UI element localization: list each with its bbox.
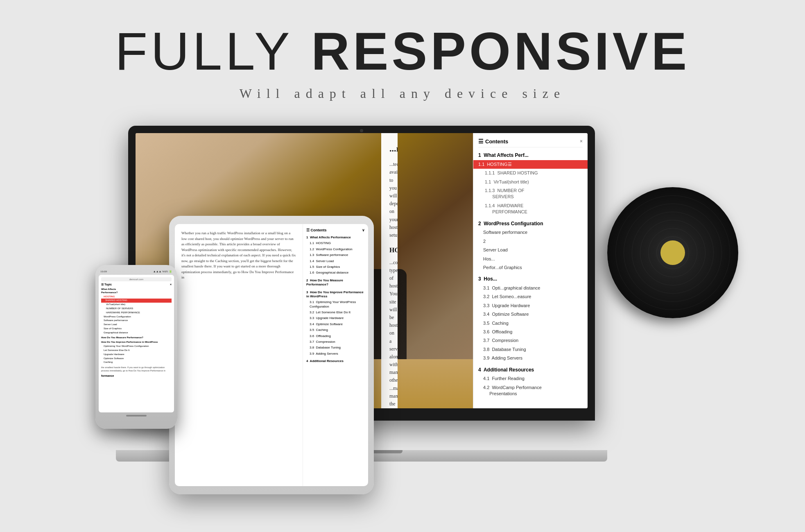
phone-toc-item[interactable]: VirTual(short title) xyxy=(101,303,172,307)
page-header: FULLY RESPONSIVE Will adapt all any devi… xyxy=(0,0,805,113)
phone-toc-item[interactable]: Let Someone Else Do It xyxy=(101,349,172,353)
toc-item[interactable]: 3.4 Optimize Software xyxy=(478,310,583,319)
toc-header: ☰ Contents × xyxy=(478,138,583,147)
toc-item[interactable]: Software performance xyxy=(478,228,583,237)
toc-item[interactable]: 3 Hos... xyxy=(478,274,583,284)
phone-toc-item[interactable]: WordPress Configuration xyxy=(101,315,172,319)
tablet-toc: ☰ Contents ∨ 1 What Affects Performance … xyxy=(303,224,368,486)
tablet-toc-item[interactable]: 3.2 Let Someone Else Do It xyxy=(306,310,365,315)
tablet-content: Whether you run a high traffic WordPress… xyxy=(175,224,303,486)
toc-item[interactable]: 3.7 Compression xyxy=(478,336,583,345)
phone-signal: ▲▲▲ WiFi 🔋 xyxy=(153,270,172,273)
toc-title: ☰ Contents xyxy=(478,138,508,145)
phone-toc-item[interactable]: Optimizing Your WordPress Configuration xyxy=(101,344,172,349)
laptop-doc-content: ...rmance ...techniques available to you… xyxy=(381,133,398,408)
toc-item[interactable]: 1.1.4 HARDWARE PERFORMANCE xyxy=(478,201,583,217)
phone-toc-item[interactable]: What AffectsPerformance? xyxy=(101,288,172,295)
phone-device: 10:09 ▲▲▲ WiFi 🔋 demourl.com ☰ Topic × W… xyxy=(95,265,177,429)
phone-screen-content: demourl.com ☰ Topic × What AffectsPerfor… xyxy=(99,275,174,412)
tablet-toc-item[interactable]: 2 How Do You Measure Performance? xyxy=(306,278,365,288)
tablet-toc-item[interactable]: 3.1 Optimizing Your WordPress Configurat… xyxy=(306,299,365,310)
phone-subheading: formance xyxy=(101,374,172,377)
tablet-screen: Whether you run a high traffic WordPress… xyxy=(175,224,368,486)
title-light: FULLY xyxy=(115,21,293,81)
tablet-toc-item[interactable]: 1.4 Server Load xyxy=(306,258,365,264)
toc-item[interactable]: 2 xyxy=(478,237,583,246)
toc-item-active[interactable]: 1.1 HOSTING☰ xyxy=(473,160,588,169)
phone-toc-item[interactable]: HARDWARE PERFORMANCE xyxy=(101,311,172,315)
phone-toc-header: ☰ Topic × xyxy=(101,283,172,286)
phone-toc-item[interactable]: How Do You Measure Performance? xyxy=(101,336,172,340)
tablet-toc-item[interactable]: 3.7 Compression xyxy=(306,339,365,345)
toc-item[interactable]: 4 Additional Resources xyxy=(478,365,583,375)
toc-close-button[interactable]: × xyxy=(580,138,583,144)
tablet-toc-item[interactable]: 3.8 Database Tuning xyxy=(306,345,365,351)
laptop-camera xyxy=(360,129,363,132)
phone-toc-item[interactable]: SHARED HOSTING xyxy=(101,299,172,303)
phone-content-text: the smallest hassle there. If you want t… xyxy=(101,366,172,372)
laptop-toc-sidebar: ☰ Contents × 1 What Affects Perf... 1.1 … xyxy=(473,133,588,408)
tablet-toc-item[interactable]: 1.2 WordPress Configuration xyxy=(306,247,365,252)
toc-item[interactable]: Perfor...of Graphics xyxy=(478,263,583,272)
tablet-toc-item[interactable]: 3.9 Adding Servers xyxy=(306,351,365,357)
phone-toc-icon: ☰ Topic xyxy=(101,283,112,286)
toc-item[interactable]: 3.9 Adding Servers xyxy=(478,354,583,362)
tablet-toc-header: ☰ Contents ∨ xyxy=(306,228,365,232)
title-bold: RESPONSIVE xyxy=(311,21,690,81)
toc-item[interactable]: 3.2 Let Someo...easure xyxy=(478,292,583,301)
devices-container: ...rmance ...techniques available to you… xyxy=(34,126,771,494)
phone-toc-item[interactable]: NUMBER OF SERVERS xyxy=(101,307,172,311)
vinyl-record xyxy=(607,187,738,318)
phone-toc-item[interactable]: Caching xyxy=(101,360,172,364)
phone-toc-item[interactable]: Optimize Software xyxy=(101,357,172,361)
tablet-toc-item[interactable]: 1.5 Size of Graphics xyxy=(306,264,365,270)
phone-toc-item-active[interactable]: HOSTING xyxy=(101,295,172,299)
toc-item[interactable]: 3.3 Upgrade Hardware xyxy=(478,301,583,310)
tablet-toc-item[interactable]: 1 What Affects Performance xyxy=(306,235,365,240)
toc-item[interactable]: Server Load xyxy=(478,246,583,254)
toc-item[interactable]: 3.6 Offloading xyxy=(478,328,583,336)
toc-item[interactable]: 3.1 Opti...graphical distance xyxy=(478,284,583,292)
tablet-toc-item[interactable]: 3.4 Optimize Software xyxy=(306,321,365,327)
tablet-text: Whether you run a high traffic WordPress… xyxy=(181,231,296,281)
phone-screen: demourl.com ☰ Topic × What AffectsPerfor… xyxy=(99,275,174,412)
tablet-outer: Whether you run a high traffic WordPress… xyxy=(169,216,374,494)
tablet-toc-item[interactable]: 3.6 Offloading xyxy=(306,333,365,339)
phone-toc-item[interactable]: Upgrade Hardware xyxy=(101,353,172,357)
tablet-toc-toggle[interactable]: ∨ xyxy=(362,228,365,232)
phone-top-bar: 10:09 ▲▲▲ WiFi 🔋 xyxy=(99,270,174,273)
toc-item[interactable]: 3.8 Database Tuning xyxy=(478,345,583,354)
phone-toc-item[interactable]: How Do You Improve Performance in WordPr… xyxy=(101,340,172,344)
tablet-toc-item[interactable]: 3.3 Upgrade Hardware xyxy=(306,315,365,321)
toc-item[interactable]: 1.1 VirTual(short title) xyxy=(478,178,583,186)
phone-toc-close[interactable]: × xyxy=(170,283,172,286)
toc-item[interactable]: 4.2 WordCamp Performance Presentations xyxy=(478,383,583,398)
toc-item[interactable]: 3.5 Caching xyxy=(478,319,583,328)
phone-url-bar[interactable]: demourl.com xyxy=(101,277,172,281)
toc-item[interactable]: 1.1.3 NUMBER OF SERVERS xyxy=(478,186,583,201)
tablet-toc-item[interactable]: 1.3 Software performance xyxy=(306,252,365,258)
toc-item[interactable]: Hos... xyxy=(478,255,583,263)
tablet-toc-item[interactable]: 4 Additional Resources xyxy=(306,358,365,364)
toc-item[interactable]: 4.1 Further Reading xyxy=(478,374,583,383)
main-title: FULLY RESPONSIVE xyxy=(0,25,805,78)
phone-toc-item[interactable]: Software performance xyxy=(101,319,172,323)
list-icon: ☰ xyxy=(478,138,484,145)
subtitle: Will adapt all any device size xyxy=(0,86,805,101)
toc-item[interactable]: 1.1.1 SHARED HOSTING xyxy=(478,169,583,177)
tablet-toc-item[interactable]: 1.6 Geographical distance xyxy=(306,270,365,276)
toc-item[interactable]: 1 What Affects Perf... xyxy=(478,151,583,160)
phone-time: 10:09 xyxy=(100,270,107,273)
phone-toc-item[interactable]: Geographical distance xyxy=(101,331,172,335)
phone-toc-item[interactable]: Size of Graphics xyxy=(101,327,172,331)
tablet-list-icon: ☰ Contents xyxy=(306,228,327,232)
tablet-toc-item[interactable]: 3 How Do You Improve Performance in Word… xyxy=(306,290,365,300)
phone-home-bar xyxy=(126,415,147,417)
tablet-toc-item[interactable]: 1.1 HOSTING xyxy=(306,240,365,246)
tablet-device: Whether you run a high traffic WordPress… xyxy=(169,216,374,494)
tablet-toc-item[interactable]: 3.5 Caching xyxy=(306,327,365,333)
toc-item[interactable]: 2 WordPress Configuration xyxy=(478,219,583,229)
phone-outer: 10:09 ▲▲▲ WiFi 🔋 demourl.com ☰ Topic × W… xyxy=(95,265,177,429)
phone-toc-item[interactable]: Server Load xyxy=(101,323,172,327)
